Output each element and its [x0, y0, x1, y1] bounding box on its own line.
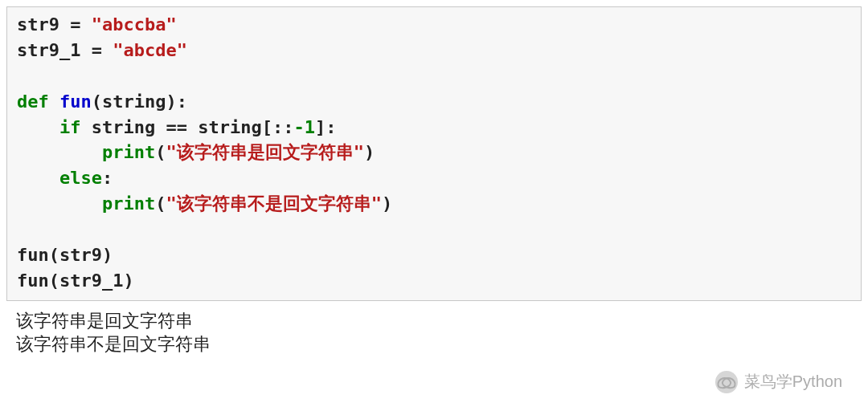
code-block: str9 = "abccba" str9_1 = "abcde" def fun…: [6, 6, 862, 301]
code-call: fun(str9_1): [17, 271, 134, 291]
code-punct: :: [102, 168, 113, 188]
code-eq: =: [80, 40, 113, 60]
code-keyword: if: [59, 117, 81, 137]
wechat-icon: [715, 371, 738, 393]
code-punct: (: [155, 142, 166, 162]
code-punct: ): [364, 142, 375, 162]
code-builtin: print: [102, 142, 155, 162]
code-args: (string):: [92, 92, 187, 112]
output-line: 该字符串不是回文字符串: [16, 332, 852, 356]
code-number: -1: [293, 117, 315, 137]
code-string: "abcde": [113, 40, 187, 60]
output-block: 该字符串是回文字符串 该字符串不是回文字符串: [6, 301, 862, 356]
code-cond: string == string[::: [80, 117, 293, 137]
code-builtin: print: [102, 193, 155, 214]
code-punct: (: [155, 193, 166, 214]
code-funcname: fun: [59, 92, 92, 112]
watermark-text: 菜鸟学Python: [744, 370, 842, 393]
code-var: str9_1: [17, 40, 80, 60]
code-eq: =: [59, 14, 92, 35]
code-punct: ): [382, 193, 392, 214]
output-line: 该字符串是回文字符串: [16, 309, 852, 333]
code-keyword: def: [17, 92, 49, 112]
code-end: ]:: [315, 117, 337, 137]
code-string: "该字符串是回文字符串": [166, 142, 364, 162]
code-string: "该字符串不是回文字符串": [166, 193, 382, 214]
code-content: str9 = "abccba" str9_1 = "abcde" def fun…: [17, 12, 851, 294]
code-var: str9: [17, 14, 59, 35]
code-string: "abccba": [92, 14, 177, 35]
code-keyword: else: [59, 168, 102, 188]
watermark: 菜鸟学Python: [715, 370, 842, 393]
code-call: fun(str9): [17, 245, 113, 265]
